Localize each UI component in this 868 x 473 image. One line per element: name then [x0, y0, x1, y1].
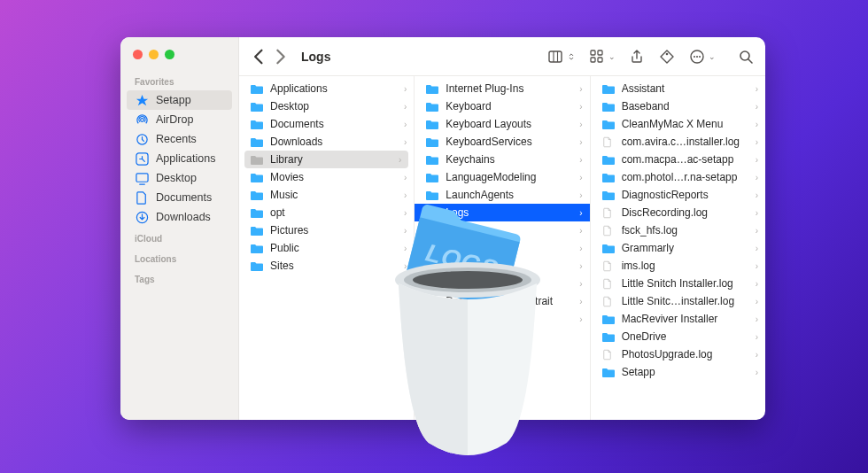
- folder-icon: [425, 259, 439, 273]
- sidebar-item-setapp[interactable]: Setapp: [127, 90, 232, 110]
- folder-icon: [425, 205, 439, 220]
- folder-icon: [425, 152, 439, 167]
- item-name: KeyboardServices: [446, 136, 574, 148]
- sidebar-item-recents[interactable]: Recents: [120, 129, 238, 149]
- sidebar-item-label: Desktop: [156, 172, 197, 184]
- folder-row[interactable]: LanguageModeling›: [415, 168, 589, 186]
- folder-row[interactable]: CleanMyMac X Menu›: [591, 115, 765, 133]
- folder-row[interactable]: opt›: [239, 204, 414, 221]
- folder-row[interactable]: Pictures›: [239, 221, 414, 239]
- document-icon: [135, 190, 149, 205]
- folder-row[interactable]: Logs›: [415, 204, 589, 221]
- chevron-right-icon: ›: [579, 297, 582, 306]
- folder-row[interactable]: Mobile Documents›: [415, 275, 589, 292]
- item-name: Pictures: [270, 224, 399, 237]
- close-button[interactable]: [133, 50, 143, 59]
- folder-row[interactable]: Library›: [244, 151, 408, 168]
- search-button[interactable]: [737, 49, 755, 65]
- folder-row[interactable]: KeyboardServices›: [415, 133, 589, 151]
- item-name: ims.log: [622, 260, 750, 272]
- item-name: Keyboard: [446, 100, 574, 112]
- chevron-right-icon: ›: [756, 120, 758, 129]
- folder-icon: [250, 135, 264, 149]
- sidebar-section-title: Tags: [120, 268, 238, 288]
- file-row[interactable]: Little Snitc…installer.log›: [591, 292, 765, 310]
- folder-row[interactable]: OneDrive›: [591, 328, 765, 345]
- share-button[interactable]: [628, 49, 646, 65]
- file-row[interactable]: fsck_hfs.log›: [591, 221, 765, 239]
- item-name: Mobile Documents: [446, 277, 574, 290]
- folder-row[interactable]: Keyboard›: [415, 97, 589, 115]
- folder-row[interactable]: Sites›: [239, 257, 414, 275]
- file-row[interactable]: DiscRecording.log›: [591, 204, 765, 221]
- folder-row[interactable]: PreferencePanes›: [415, 310, 589, 328]
- folder-row[interactable]: Messages›: [415, 239, 589, 257]
- folder-row[interactable]: Movies›: [239, 168, 414, 186]
- folder-row[interactable]: Grammarly›: [591, 239, 765, 257]
- item-name: opt: [270, 206, 399, 219]
- chevron-right-icon: ›: [579, 84, 582, 94]
- folder-icon: [250, 99, 264, 113]
- chevron-right-icon: ›: [579, 226, 582, 236]
- folder-row[interactable]: PersonalizationPortrait›: [415, 292, 589, 310]
- group-by-button[interactable]: ⌄: [588, 49, 616, 65]
- folder-icon: [425, 241, 439, 255]
- folder-row[interactable]: com.photol…r.na-setapp›: [591, 168, 765, 186]
- minimize-button[interactable]: [149, 50, 159, 59]
- airdrop-icon: [135, 112, 149, 127]
- desktop-icon: [135, 171, 149, 185]
- chevron-right-icon: ›: [579, 137, 582, 147]
- sidebar-item-airdrop[interactable]: AirDrop: [120, 110, 238, 129]
- fullscreen-button[interactable]: [165, 50, 174, 59]
- sidebar-item-documents[interactable]: Documents: [120, 188, 238, 207]
- column-view: Applications›Desktop›Documents›Downloads…: [239, 76, 765, 420]
- folder-row[interactable]: Mail›: [415, 221, 589, 239]
- folder-row[interactable]: Internet Plug-Ins›: [415, 80, 589, 97]
- folder-icon: [601, 241, 616, 255]
- file-icon: [601, 259, 616, 273]
- chevron-right-icon: ›: [404, 120, 407, 129]
- folder-row[interactable]: Music›: [239, 186, 414, 204]
- actions-button[interactable]: ⌄: [688, 49, 716, 65]
- file-row[interactable]: ims.log›: [591, 257, 765, 275]
- file-row[interactable]: Little Snitch Installer.log›: [591, 275, 765, 292]
- item-name: Library: [270, 153, 393, 166]
- tags-button[interactable]: [658, 49, 676, 65]
- folder-row[interactable]: Keyboard Layouts›: [415, 115, 589, 133]
- folder-row[interactable]: Keychains›: [415, 151, 589, 168]
- file-row[interactable]: com.avira.c…installer.log›: [591, 133, 765, 151]
- forward-button[interactable]: [271, 47, 291, 66]
- folder-row[interactable]: Documents›: [239, 115, 414, 133]
- folder-row[interactable]: MacReviver Installer›: [591, 310, 765, 328]
- chevron-right-icon: ›: [404, 244, 407, 253]
- folder-row[interactable]: Desktop›: [239, 97, 414, 115]
- back-button[interactable]: [250, 47, 269, 66]
- folder-row[interactable]: LaunchAgents›: [415, 186, 589, 204]
- sidebar-item-desktop[interactable]: Desktop: [120, 168, 238, 188]
- chevron-right-icon: ›: [404, 208, 407, 218]
- folder-icon: [425, 188, 439, 202]
- chevron-right-icon: ›: [579, 314, 582, 324]
- item-name: Sites: [270, 260, 399, 272]
- item-name: Setapp: [622, 366, 750, 378]
- folder-icon: [425, 223, 439, 237]
- sidebar-item-downloads[interactable]: Downloads: [120, 207, 238, 227]
- folder-row[interactable]: Assistant›: [591, 80, 765, 97]
- folder-row[interactable]: Baseband›: [591, 97, 765, 115]
- chevron-right-icon: ›: [756, 155, 758, 165]
- folder-row[interactable]: DiagnosticReports›: [591, 186, 765, 204]
- folder-icon: [250, 188, 264, 202]
- folder-row[interactable]: Public›: [239, 239, 414, 257]
- chevron-down-icon: ⌄: [709, 52, 716, 61]
- file-row[interactable]: PhotosUpgrade.log›: [591, 345, 765, 363]
- folder-row[interactable]: Applications›: [239, 80, 414, 97]
- folder-row[interactable]: com.macpa…ac-setapp›: [591, 151, 765, 168]
- folder-row[interactable]: Metadata›: [415, 257, 589, 275]
- folder-row[interactable]: Downloads›: [239, 133, 414, 151]
- folder-row[interactable]: Setapp›: [591, 363, 765, 381]
- sidebar-item-applications[interactable]: Applications: [120, 149, 238, 168]
- column-0: Applications›Desktop›Documents›Downloads…: [239, 76, 415, 420]
- view-mode-button[interactable]: [546, 49, 576, 65]
- file-icon: [601, 205, 616, 220]
- folder-icon: [250, 205, 264, 220]
